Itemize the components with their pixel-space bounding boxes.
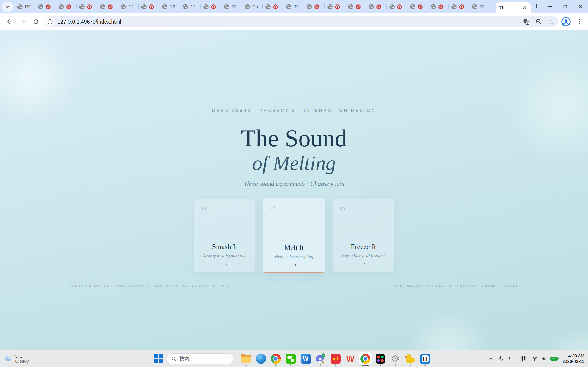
word-icon[interactable]: W (298, 351, 313, 366)
globe-favicon-icon (244, 4, 250, 10)
chrome-active-icon[interactable] (358, 351, 373, 366)
clock-widget[interactable]: 4:20 AM 2026-03-11 (562, 353, 586, 364)
browser-tab[interactable]: Th (242, 0, 262, 13)
back-button[interactable] (3, 16, 16, 28)
globe-favicon-icon (306, 4, 312, 10)
tab-search-button[interactable] (2, 2, 13, 12)
tab-label: 12 (170, 4, 175, 9)
taskbar-search[interactable]: 搜索 (167, 353, 233, 364)
reload-button[interactable] (30, 16, 42, 28)
bracket-app-icon[interactable]: [] (418, 351, 432, 366)
profile-button[interactable] (561, 16, 571, 27)
wechat-icon[interactable] (283, 351, 298, 366)
browser-tab[interactable]: 12 (180, 0, 200, 13)
recording-indicator-icon (211, 4, 216, 9)
rubber-duck-icon[interactable] (403, 351, 418, 366)
close-window-button[interactable] (573, 0, 588, 13)
browser-tab[interactable] (56, 0, 76, 13)
browser-tab[interactable]: 12 (159, 0, 180, 13)
clock-date: 2026-03-11 (562, 359, 584, 364)
account-icon[interactable]: ✓ JY (313, 351, 328, 366)
avatar-icon (561, 17, 571, 27)
browser-tab[interactable]: PF (14, 0, 35, 13)
taskbar: 3°C Cloudy 搜索 (0, 350, 588, 367)
ime-mode-button[interactable]: 拼 (518, 353, 530, 365)
globe-favicon-icon (224, 4, 230, 10)
tray-overflow-button[interactable] (486, 353, 496, 365)
screen: PF121212ThThThTh Th (0, 0, 588, 367)
recording-indicator-icon (397, 4, 402, 9)
browser-tab[interactable] (200, 0, 221, 13)
site-info-button[interactable] (45, 17, 55, 26)
wifi-icon (531, 356, 538, 362)
recording-indicator-icon (459, 4, 464, 9)
tabs-container: PF121212ThThThTh (14, 0, 496, 13)
browser-tab[interactable]: Th (469, 0, 490, 13)
globe-favicon-icon (141, 4, 147, 10)
running-indicator (245, 365, 247, 366)
figma-icon[interactable] (373, 351, 388, 366)
battery-button[interactable] (548, 353, 561, 365)
tab-label: 12 (190, 4, 196, 9)
volume-button[interactable] (539, 353, 548, 365)
footer-left-text: SHERIDAN COLLEGE · INTERACTION DESIGN: M… (71, 284, 230, 288)
chevron-down-icon (5, 4, 10, 10)
arrow-right-icon[interactable]: → (263, 261, 325, 268)
browser-tab[interactable] (76, 0, 97, 13)
card-smash-it[interactable]: 01 Smash It Destroy it with your voice → (194, 199, 255, 272)
browser-tab[interactable] (386, 0, 407, 13)
magnifier-minus-icon (535, 18, 542, 25)
browser-tab[interactable]: Th (283, 0, 304, 13)
youdao-icon[interactable]: yd (328, 351, 343, 366)
minimize-button[interactable] (543, 0, 558, 13)
settings-icon[interactable]: ⚙ (388, 351, 403, 366)
card-melt-it[interactable]: 02 Melt It Heat melts everything → (263, 198, 325, 273)
browser-tab[interactable] (448, 0, 469, 13)
start-button[interactable] (152, 352, 165, 366)
browser-tab[interactable] (428, 0, 448, 13)
battery-charging-icon (550, 356, 559, 362)
maximize-button[interactable] (558, 0, 573, 13)
browser-tab[interactable] (366, 0, 386, 13)
arrow-right-icon[interactable]: → (194, 260, 255, 267)
browser-tab[interactable]: Th (221, 0, 242, 13)
address-bar[interactable]: 127.0.0.1:49679/index.html G文 ☆ (44, 16, 558, 27)
browser-tab[interactable] (97, 0, 118, 13)
url-text[interactable]: 127.0.0.1:49679/index.html (57, 19, 519, 25)
running-indicator (395, 365, 396, 366)
browser-tab[interactable] (407, 0, 428, 13)
browser-menu-button[interactable] (574, 16, 585, 27)
zoom-button[interactable] (534, 17, 544, 27)
tab-label: Th (232, 4, 237, 9)
browser-tab[interactable] (345, 0, 366, 13)
globe-favicon-icon (265, 4, 271, 10)
browser-tab[interactable] (324, 0, 345, 13)
browser-tab[interactable] (138, 0, 159, 13)
card-freeze-it[interactable]: 03 Freeze It Crystallise it with sound → (333, 199, 394, 272)
running-indicator (424, 365, 426, 366)
forward-button[interactable] (17, 16, 29, 28)
browser-tab[interactable]: 12 (118, 0, 138, 13)
bookmark-button[interactable]: ☆ (546, 17, 556, 27)
browser-tab[interactable] (262, 0, 283, 13)
edge-icon[interactable] (253, 351, 268, 366)
chrome-icon[interactable] (268, 351, 283, 366)
back-arrow-icon (6, 18, 13, 25)
recording-indicator-icon (87, 4, 92, 9)
active-tab[interactable]: Th (496, 2, 531, 13)
microphone-tray-button[interactable] (496, 353, 506, 365)
weather-widget[interactable]: 3°C Cloudy (4, 354, 29, 364)
new-tab-button[interactable] (531, 1, 542, 11)
file-explorer-icon[interactable] (238, 351, 253, 366)
browser-tab[interactable] (304, 0, 324, 13)
tab-label: Th (252, 4, 258, 9)
wifi-button[interactable] (530, 353, 539, 365)
arrow-right-icon[interactable]: → (333, 260, 394, 267)
translate-button[interactable]: G文 (521, 17, 531, 27)
browser-tab[interactable] (35, 0, 56, 13)
close-tab-icon[interactable] (521, 5, 527, 11)
ime-language-button[interactable]: 中 (506, 353, 518, 365)
browser-toolbar: 127.0.0.1:49679/index.html G文 ☆ (0, 13, 588, 30)
wps-icon[interactable]: W (343, 351, 358, 366)
recording-indicator-icon (108, 4, 112, 9)
